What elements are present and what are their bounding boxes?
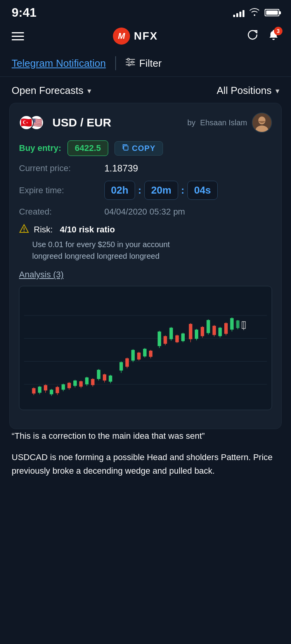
expire-time-row: Expire time: 02h : 20m : 04s: [19, 181, 272, 200]
all-positions-chevron-icon: ▾: [275, 86, 279, 95]
menu-button[interactable]: [12, 32, 24, 40]
svg-rect-80: [224, 323, 228, 334]
open-forecasts-chevron-icon: ▾: [87, 86, 91, 95]
svg-point-6: [128, 64, 130, 66]
timer-colon-2: :: [181, 184, 185, 196]
svg-rect-40: [97, 370, 100, 379]
svg-rect-78: [218, 328, 222, 336]
copy-label: COPY: [132, 144, 156, 153]
timer-colon-1: :: [138, 184, 142, 196]
svg-rect-72: [201, 327, 204, 336]
svg-rect-48: [125, 358, 129, 367]
header: M NFX 3: [0, 24, 291, 52]
open-forecasts-label: Open Forecasts: [12, 85, 83, 97]
chart-container: [19, 286, 272, 410]
svg-rect-18: [32, 388, 36, 394]
notifications-button[interactable]: 3: [268, 29, 279, 43]
svg-rect-50: [131, 350, 135, 361]
copy-icon: [122, 144, 129, 153]
filter-label: Filter: [139, 57, 162, 69]
svg-rect-82: [230, 318, 234, 330]
telegram-notification-button[interactable]: Telegram Notification: [12, 57, 106, 69]
warning-icon: [19, 224, 29, 235]
svg-rect-68: [189, 324, 192, 339]
svg-rect-84: [236, 320, 239, 328]
svg-rect-32: [73, 381, 77, 386]
status-icons: [233, 7, 279, 18]
svg-rect-26: [55, 387, 59, 393]
risk-description: Use 0.01 for every $250 in your accountl…: [19, 239, 272, 262]
toolbar: Telegram Notification Filter: [0, 52, 291, 77]
timer-seconds: 04s: [187, 181, 217, 200]
svg-rect-70: [195, 330, 198, 339]
svg-rect-24: [50, 390, 53, 394]
copy-button[interactable]: COPY: [114, 141, 163, 156]
timer-hours: 02h: [104, 181, 135, 200]
current-price-row: Current price: 1.18739: [19, 163, 272, 174]
risk-section: Risk: 4/10 risk ratio Use 0.01 for every…: [19, 224, 272, 262]
svg-rect-42: [103, 374, 106, 381]
svg-rect-38: [91, 379, 95, 385]
svg-point-5: [131, 61, 133, 63]
svg-rect-36: [85, 377, 88, 384]
filter-button[interactable]: Filter: [125, 57, 162, 69]
signal-icon: [233, 9, 244, 17]
svg-rect-66: [181, 334, 185, 341]
notification-badge: 3: [274, 27, 282, 35]
buy-entry-label: Buy entry:: [19, 143, 61, 153]
all-positions-label: All Positions: [217, 85, 272, 97]
author-avatar: [252, 113, 272, 133]
flag-turkey: 🇹🇷: [19, 115, 34, 130]
logo-icon: M: [113, 28, 130, 45]
svg-rect-52: [137, 353, 141, 360]
svg-rect-58: [158, 332, 161, 346]
svg-rect-20: [38, 387, 42, 393]
svg-rect-64: [175, 335, 179, 342]
created-label: Created:: [19, 207, 104, 217]
current-price-label: Current price:: [19, 163, 104, 173]
buy-entry-row: Buy entry: 6422.5 COPY: [19, 140, 272, 156]
svg-rect-54: [143, 349, 147, 357]
analysis-link[interactable]: Analysis (3): [19, 270, 272, 280]
risk-header: Risk: 4/10 risk ratio: [19, 224, 272, 235]
quote-text: “This is a correction to the main idea t…: [12, 429, 279, 443]
svg-point-12: [24, 231, 24, 232]
svg-rect-10: [124, 146, 128, 150]
current-price-value: 1.18739: [104, 163, 138, 174]
svg-rect-44: [109, 376, 112, 382]
risk-label: Risk: 4/10 risk ratio: [34, 225, 115, 235]
filter-icon: [125, 58, 135, 69]
refresh-icon[interactable]: [247, 29, 258, 43]
svg-point-8: [258, 116, 265, 124]
pair-info: 🇹🇷 🇺🇸 USD / EUR: [19, 115, 111, 130]
svg-rect-46: [120, 362, 123, 370]
avatar-image: [253, 113, 271, 132]
candlestick-chart: [24, 293, 267, 403]
svg-rect-74: [206, 320, 210, 333]
all-positions-dropdown[interactable]: All Positions ▾: [217, 85, 279, 97]
logo: M NFX: [113, 28, 158, 45]
author-info: by Ehsaan Islam: [187, 113, 272, 133]
created-row: Created: 04/04/2020 05:32 pm: [19, 207, 272, 217]
open-forecasts-dropdown[interactable]: Open Forecasts ▾: [12, 85, 91, 97]
analysis-body-text: USDCAD is noe forming a possible Head an…: [12, 450, 279, 478]
svg-rect-30: [68, 383, 71, 388]
logo-text: NFX: [134, 30, 158, 42]
buy-entry-value: 6422.5: [68, 140, 108, 156]
pair-name: USD / EUR: [52, 116, 111, 129]
forecast-card: 🇹🇷 🇺🇸 USD / EUR by Ehsaan Islam: [9, 103, 282, 429]
author-prefix: by: [187, 118, 196, 127]
expire-time-label: Expire time:: [19, 185, 104, 196]
wifi-icon: [249, 7, 260, 18]
battery-icon: [265, 9, 279, 16]
timer-minutes: 20m: [144, 181, 178, 200]
svg-rect-28: [62, 384, 65, 390]
svg-text:M: M: [118, 31, 125, 41]
author-name: Ehsaan Islam: [200, 118, 247, 127]
svg-rect-56: [149, 351, 152, 357]
svg-rect-22: [44, 385, 47, 391]
svg-rect-60: [164, 336, 167, 344]
timer-display: 02h : 20m : 04s: [104, 181, 218, 200]
toolbar-divider: [115, 56, 116, 70]
svg-rect-34: [79, 381, 83, 387]
